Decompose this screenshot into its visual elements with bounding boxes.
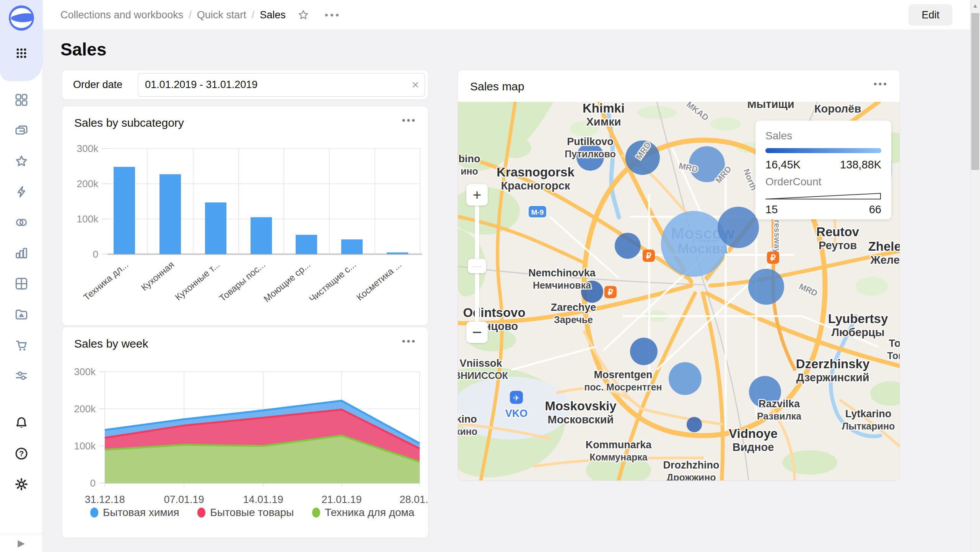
chart-title-subcategory: Sales by subcategory bbox=[74, 116, 184, 129]
svg-text:31.12.18: 31.12.18 bbox=[85, 494, 125, 505]
window-scrollbar[interactable]: ▲ bbox=[970, 0, 980, 552]
notifications-button[interactable] bbox=[10, 412, 33, 434]
sidebar-item-collections[interactable] bbox=[10, 119, 33, 142]
sidebar-item-service-settings[interactable] bbox=[10, 364, 33, 387]
breadcrumb-quick-start[interactable]: Quick start bbox=[197, 9, 246, 21]
sales-max-value: 138,88K bbox=[840, 158, 881, 171]
legend-dot bbox=[312, 508, 320, 518]
legend-item[interactable]: Бытовая химия bbox=[90, 506, 179, 519]
sidebar-item-connections[interactable] bbox=[10, 211, 33, 234]
bar-chart-icon bbox=[14, 245, 29, 261]
map-place-label-ru: Химки bbox=[586, 116, 621, 128]
legend-item[interactable]: Бытовые товары bbox=[197, 506, 294, 519]
svg-text:200k: 200k bbox=[74, 403, 96, 415]
map-place-label-ru: Немчиновка bbox=[533, 280, 591, 291]
chart-menu-button[interactable]: ••• bbox=[402, 336, 417, 347]
svg-text:Кухонные т...: Кухонные т... bbox=[173, 259, 221, 302]
svg-text:100k: 100k bbox=[77, 213, 99, 225]
sales-bubble[interactable] bbox=[718, 207, 759, 248]
map-place-label: Kommunarka bbox=[586, 439, 652, 451]
map-place-label-ru: Заречье bbox=[554, 314, 593, 325]
left-sidebar: ? ▶ bbox=[0, 0, 43, 552]
more-actions-button[interactable]: ••• bbox=[325, 9, 341, 21]
sidebar-item-favorites[interactable] bbox=[10, 150, 33, 172]
ordercount-max-value: 66 bbox=[869, 203, 881, 216]
map-place-label: To bbox=[889, 338, 900, 349]
svg-text:?: ? bbox=[19, 449, 23, 458]
svg-text:Моющие ср...: Моющие ср... bbox=[262, 259, 312, 304]
map-place-label: Odintsovo bbox=[463, 305, 525, 320]
map-place-label-ru: Коммунарка bbox=[589, 452, 648, 462]
question-circle-icon: ? bbox=[14, 446, 29, 461]
map-place-label-ru: кино bbox=[458, 426, 477, 437]
top-bar: Collections and workbooks / Quick start … bbox=[42, 0, 980, 30]
legend-label: Бытовая химия bbox=[103, 506, 179, 519]
road-shield-label: M-9 bbox=[531, 208, 544, 216]
sales-bubble[interactable] bbox=[687, 417, 702, 432]
zoom-out-button[interactable]: − bbox=[466, 322, 488, 343]
sidebar-item-editor[interactable] bbox=[10, 181, 33, 203]
map-place-label: Lytkarino bbox=[845, 408, 892, 420]
sales-by-subcategory-card: 300k200k100k0Техника дл...КухоннаяКухонн… bbox=[62, 106, 428, 325]
breadcrumb-collections[interactable]: Collections and workbooks bbox=[60, 9, 183, 21]
map-place-label: Zarechye bbox=[551, 302, 596, 313]
scrollbar-thumb[interactable] bbox=[971, 13, 979, 170]
map-legend-ordercount-label: OrderCount bbox=[765, 176, 881, 188]
datalens-logo[interactable] bbox=[8, 5, 35, 31]
map-place-label-ru: ВНИИССОК bbox=[458, 370, 508, 381]
map-menu-button[interactable]: ••• bbox=[874, 78, 888, 90]
ruble-icon: ₽ bbox=[646, 251, 651, 261]
sidebar-item-files[interactable] bbox=[10, 303, 33, 325]
map-place-label: Nemchinovka bbox=[528, 267, 596, 279]
breadcrumb: Collections and workbooks / Quick start … bbox=[60, 9, 341, 21]
svg-text:200k: 200k bbox=[77, 178, 99, 189]
settings-button[interactable] bbox=[10, 473, 33, 495]
order-date-input[interactable] bbox=[138, 73, 425, 97]
order-date-filter-card: Order date × bbox=[62, 70, 428, 100]
edit-button[interactable]: Edit bbox=[908, 4, 952, 26]
map-place-label-ru: Реутов bbox=[819, 239, 857, 252]
map-place-label: Vidnoye bbox=[729, 426, 778, 441]
svg-text:Товары пос...: Товары пос... bbox=[217, 259, 267, 304]
map-place-label: Moskovskiy bbox=[545, 399, 617, 413]
sales-bubble[interactable] bbox=[669, 362, 702, 395]
svg-text:Кухонная: Кухонная bbox=[139, 259, 176, 292]
map-place-label-ru: Лыткарино bbox=[842, 421, 895, 431]
collections-icon bbox=[14, 123, 29, 138]
apps-grid-icon[interactable] bbox=[13, 44, 30, 62]
table-icon bbox=[14, 276, 29, 291]
sales-bubble[interactable] bbox=[661, 211, 727, 277]
airport-code-label: VKO bbox=[505, 408, 528, 419]
breadcrumb-current: Sales bbox=[260, 9, 286, 21]
zoom-slider-handle[interactable]: ∙∙∙∙ bbox=[468, 259, 486, 273]
map-place-label-ru: Дзержинский bbox=[796, 371, 869, 384]
zoom-in-button[interactable]: + bbox=[466, 184, 488, 206]
sales-bubble[interactable] bbox=[615, 233, 641, 259]
legend-item[interactable]: Техника для дома bbox=[312, 506, 414, 519]
sidebar-item-charts[interactable] bbox=[10, 242, 33, 264]
help-button[interactable]: ? bbox=[10, 443, 33, 465]
sales-min-value: 16,45K bbox=[765, 158, 801, 171]
chart-menu-button[interactable]: ••• bbox=[402, 115, 417, 126]
map-place-label: Putilkovo bbox=[567, 136, 614, 147]
scrollbar-up-arrow[interactable]: ▲ bbox=[970, 2, 980, 9]
sidebar-item-datasets[interactable] bbox=[10, 273, 33, 295]
breadcrumb-separator: / bbox=[252, 9, 255, 21]
sidebar-item-marketplace[interactable] bbox=[10, 334, 33, 356]
subcategory-bar-chart[interactable]: 300k200k100k0Техника дл...КухоннаяКухонн… bbox=[62, 106, 428, 325]
star-nav-icon bbox=[14, 154, 29, 169]
clear-filter-icon[interactable]: × bbox=[412, 78, 419, 91]
sidebar-item-dashboards[interactable] bbox=[10, 89, 33, 111]
legend-dot bbox=[197, 508, 205, 518]
sliders-icon bbox=[14, 368, 29, 383]
connections-icon bbox=[14, 215, 29, 230]
chart-title-week: Sales by week bbox=[74, 337, 148, 350]
svg-text:0: 0 bbox=[93, 248, 98, 260]
dashboards-icon bbox=[14, 92, 29, 108]
sales-bubble[interactable] bbox=[748, 269, 784, 305]
map-place-label-ru: Путилково bbox=[565, 149, 615, 159]
sidebar-expand-button[interactable]: ▶ bbox=[0, 534, 42, 552]
sales-by-week-card: 300k200k100k031.12.1807.01.1914.01.1921.… bbox=[62, 327, 428, 538]
favorite-star-button[interactable] bbox=[297, 9, 309, 21]
sales-bubble[interactable] bbox=[630, 338, 658, 365]
